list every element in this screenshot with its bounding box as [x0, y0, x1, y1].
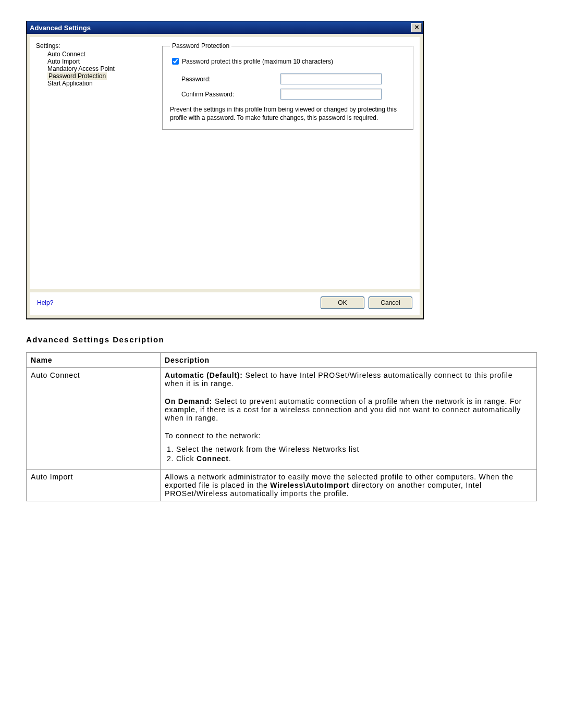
dialog-title: Advanced Settings	[30, 24, 91, 32]
settings-tree: Settings: Auto Connect Auto Import Manda…	[36, 42, 145, 282]
tree-item-auto-connect[interactable]: Auto Connect	[36, 51, 145, 58]
table-row: Auto Connect Automatic (Default): Select…	[27, 368, 537, 470]
checkbox-label: Password protect this profile (maximum 1…	[182, 58, 333, 65]
row-name: Auto Import	[27, 470, 161, 501]
password-protection-group: Password Protection Password protect thi…	[162, 42, 413, 130]
settings-description-table: Name Description Auto Connect Automatic …	[26, 352, 537, 501]
ok-button[interactable]: OK	[321, 297, 364, 309]
confirm-password-label: Confirm Password:	[170, 91, 280, 98]
group-legend: Password Protection	[170, 42, 231, 50]
password-label: Password:	[170, 76, 280, 83]
group-description: Prevent the settings in this profile fro…	[170, 106, 406, 122]
tree-item-mandatory-ap[interactable]: Mandatory Access Point	[36, 65, 145, 72]
list-item: Click Connect.	[176, 454, 532, 463]
confirm-password-input[interactable]	[280, 89, 382, 100]
cancel-button[interactable]: Cancel	[369, 297, 412, 309]
tree-item-auto-import[interactable]: Auto Import	[36, 58, 145, 65]
doc-heading: Advanced Settings Description	[26, 335, 537, 344]
row-name: Auto Connect	[27, 368, 161, 470]
help-link[interactable]: Help?	[37, 299, 53, 306]
tree-item-start-application[interactable]: Start Application	[36, 80, 145, 87]
list-item: Select the network from the Wireless Net…	[176, 445, 532, 453]
col-desc: Description	[161, 353, 537, 368]
close-icon[interactable]: ✕	[411, 23, 422, 32]
row-desc: Allows a network administrator to easily…	[161, 470, 537, 501]
password-input[interactable]	[280, 73, 382, 84]
tree-item-password-protection[interactable]: Password Protection	[36, 72, 145, 80]
settings-label: Settings:	[36, 42, 145, 50]
titlebar: Advanced Settings ✕	[27, 21, 423, 34]
row-desc: Automatic (Default): Select to have Inte…	[161, 368, 537, 470]
col-name: Name	[27, 353, 161, 368]
advanced-settings-dialog: Advanced Settings ✕ Settings: Auto Conne…	[26, 21, 424, 319]
table-row: Auto Import Allows a network administrat…	[27, 470, 537, 501]
password-protect-checkbox[interactable]	[172, 58, 179, 65]
